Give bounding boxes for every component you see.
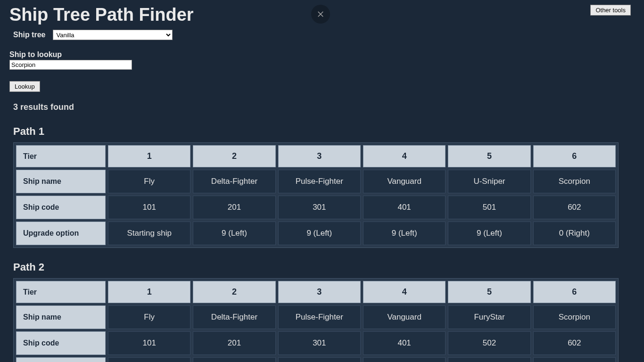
upgrade-cell: 9 (Left) (448, 222, 530, 245)
tier-col: 5 (448, 145, 530, 167)
ship-code-cell: 401 (363, 196, 446, 219)
upgrade-cell: 0 (Right) (448, 357, 530, 362)
upgrade-cell: 9 (Left) (193, 222, 275, 245)
path-heading-1: Path 1 (13, 125, 644, 138)
ship-code-cell: 502 (448, 331, 530, 355)
upgrade-cell: 9 (Left) (278, 357, 361, 362)
ship-lookup-label: Ship to lookup (9, 50, 644, 59)
results-count: 3 results found (13, 102, 644, 112)
rowlabel-tier: Tier (16, 145, 106, 167)
tier-col: 2 (193, 145, 275, 167)
ship-tree-label: Ship tree (13, 31, 45, 39)
rowlabel-name: Ship name (16, 170, 106, 193)
ship-code-cell: 201 (193, 196, 275, 219)
lookup-button[interactable]: Lookup (9, 81, 40, 92)
close-icon (316, 10, 325, 18)
ship-code-cell: 301 (278, 331, 361, 355)
rowlabel-upgrade: Upgrade option (16, 357, 106, 362)
ship-name-cell: Delta-Fighter (193, 170, 275, 193)
tier-col: 3 (278, 281, 361, 303)
ship-code-cell: 602 (533, 196, 616, 219)
ship-name-cell: U-Sniper (448, 170, 530, 193)
tier-col: 6 (533, 145, 616, 167)
ship-name-cell: FuryStar (448, 305, 530, 329)
upgrade-cell: 9 (Left) (193, 357, 275, 362)
ship-name-cell: Delta-Fighter (193, 305, 275, 329)
path-heading-2: Path 2 (13, 261, 644, 273)
ship-name-cell: Scorpion (533, 170, 616, 193)
upgrade-cell: 0 (Right) (533, 222, 616, 245)
ship-tree-select[interactable]: Vanilla (53, 30, 173, 40)
tier-col: 3 (278, 145, 361, 167)
ship-code-cell: 602 (533, 331, 616, 355)
ship-code-cell: 501 (448, 196, 530, 219)
upgrade-cell: 9 (Left) (363, 357, 446, 362)
ship-name-cell: Fly (108, 170, 190, 193)
rowlabel-code: Ship code (16, 196, 106, 219)
ship-name-cell: Pulse-Fighter (278, 170, 361, 193)
upgrade-cell: 9 (Left) (363, 222, 446, 245)
upgrade-cell: 9 (Left) (533, 357, 616, 362)
rowlabel-tier: Tier (16, 281, 106, 303)
ship-name-cell: Vanguard (363, 170, 446, 193)
ship-code-cell: 101 (108, 196, 190, 219)
ship-code-cell: 101 (108, 331, 190, 355)
tier-col: 1 (108, 281, 190, 303)
ship-code-cell: 301 (278, 196, 361, 219)
ship-code-cell: 201 (193, 331, 275, 355)
upgrade-cell: 9 (Left) (278, 222, 361, 245)
other-tools-button[interactable]: Other tools (590, 5, 631, 16)
ship-name-cell: Vanguard (363, 305, 446, 329)
path-table-1: Tier 1 2 3 4 5 6 Ship name Fly Delta-Fig… (13, 142, 619, 248)
rowlabel-name: Ship name (16, 305, 106, 329)
tier-col: 4 (363, 145, 446, 167)
tier-col: 1 (108, 145, 190, 167)
tier-col: 4 (363, 281, 446, 303)
upgrade-cell: Starting ship (108, 357, 190, 362)
upgrade-cell: Starting ship (108, 222, 190, 245)
tier-col: 5 (448, 281, 530, 303)
ship-name-cell: Scorpion (533, 305, 616, 329)
ship-code-cell: 401 (363, 331, 446, 355)
rowlabel-code: Ship code (16, 331, 106, 355)
close-icon-button[interactable] (311, 5, 330, 24)
tier-col: 2 (193, 281, 275, 303)
ship-lookup-input[interactable] (9, 60, 132, 70)
ship-name-cell: Pulse-Fighter (278, 305, 361, 329)
path-table-2: Tier 1 2 3 4 5 6 Ship name Fly Delta-Fig… (13, 278, 619, 362)
rowlabel-upgrade: Upgrade option (16, 222, 106, 245)
tier-col: 6 (533, 281, 616, 303)
ship-name-cell: Fly (108, 305, 190, 329)
